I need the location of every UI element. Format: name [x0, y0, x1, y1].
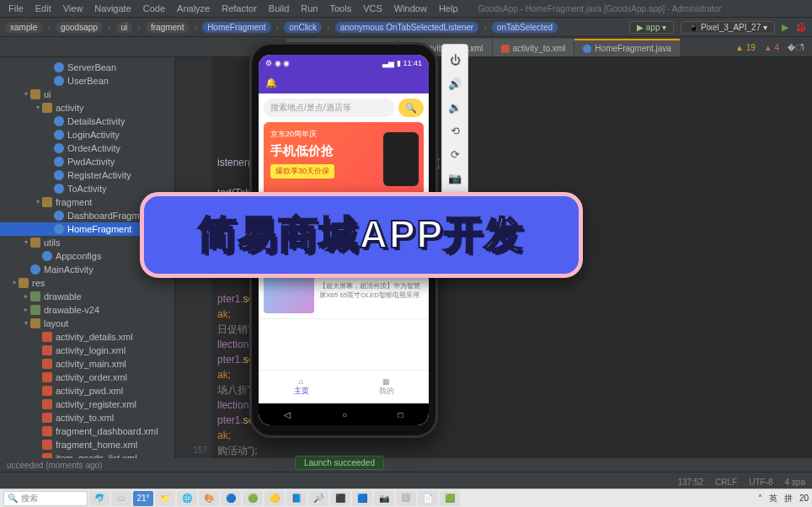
- menu-help[interactable]: Help: [434, 2, 463, 15]
- run-button-icon[interactable]: ▶: [782, 22, 788, 33]
- tree-node[interactable]: activity_details.xml: [0, 330, 174, 344]
- tree-node[interactable]: ▾res: [0, 276, 174, 290]
- tree-label: utils: [44, 236, 61, 249]
- taskbar-app[interactable]: 📷: [374, 491, 394, 506]
- menu-refactor[interactable]: Refactor: [216, 2, 262, 15]
- taskbar-app[interactable]: 📁: [155, 491, 175, 506]
- battery-icon: ▮: [397, 59, 401, 67]
- crumb-pkg-ui[interactable]: ui: [116, 22, 133, 33]
- recents-key[interactable]: □: [398, 410, 403, 419]
- ime-lang[interactable]: 英: [769, 493, 777, 504]
- menu-navigate[interactable]: Navigate: [89, 2, 136, 15]
- menu-vcs[interactable]: VCS: [358, 2, 387, 15]
- tree-node[interactable]: ▸drawable: [0, 290, 174, 303]
- debug-button-icon[interactable]: 🐞: [795, 22, 807, 33]
- tree-node[interactable]: DetailsActivity: [0, 115, 174, 128]
- volume-up-icon[interactable]: 🔊: [442, 72, 467, 95]
- status-icons: ⚙ ◉ ◉: [265, 59, 290, 67]
- taskbar-app[interactable]: 📄: [418, 491, 438, 506]
- crumb-class[interactable]: HomeFragment: [202, 22, 270, 33]
- menu-window[interactable]: Window: [389, 2, 432, 15]
- app-header: 🔔: [259, 72, 429, 93]
- tree-node[interactable]: activity_register.xml: [0, 398, 174, 411]
- tree-node[interactable]: ▾activity: [0, 101, 174, 115]
- tree-node[interactable]: fragment_home.xml: [0, 438, 174, 451]
- taskbar-app[interactable]: 🟦: [352, 491, 372, 506]
- volume-down-icon[interactable]: 🔉: [442, 95, 467, 119]
- search-button[interactable]: 🔍: [398, 99, 424, 117]
- crumb-pkg-fragment[interactable]: fragment: [146, 22, 189, 33]
- phone-status-bar: ⚙ ◉ ◉ ▃▅ ▮ 11:41: [259, 55, 429, 72]
- taskbar-clock[interactable]: 20: [799, 494, 809, 503]
- taskbar-app[interactable]: 🟩: [440, 491, 460, 506]
- tab-home[interactable]: ⌂主页: [259, 371, 344, 403]
- tree-node[interactable]: OrderActivity: [0, 141, 174, 155]
- taskbar-app[interactable]: 🔎: [308, 491, 329, 506]
- taskbar-search[interactable]: 🔍搜索: [3, 491, 88, 506]
- tree-node[interactable]: ToActivity: [0, 182, 174, 195]
- menu-view[interactable]: View: [58, 2, 88, 15]
- rotate-left-icon[interactable]: ⟲: [442, 119, 467, 142]
- tree-node[interactable]: activity_to.xml: [0, 411, 174, 424]
- taskbar-app[interactable]: 🗂: [111, 491, 131, 506]
- menu-build[interactable]: Build: [264, 2, 294, 15]
- tree-node[interactable]: UserBean: [0, 74, 174, 88]
- tree-label: MainActivity: [44, 263, 93, 276]
- bell-icon[interactable]: 🔔: [265, 77, 277, 88]
- crumb-method[interactable]: onClick: [284, 22, 322, 33]
- indent[interactable]: 4 spa: [785, 478, 805, 487]
- taskbar-app[interactable]: 🅺: [396, 491, 416, 506]
- crumb-cb[interactable]: onTabSelected: [492, 22, 558, 33]
- run-config-selector[interactable]: ▶ app ▾: [629, 21, 674, 34]
- taskbar-app[interactable]: 🔵: [221, 491, 241, 506]
- taskbar-app[interactable]: ⬛: [330, 491, 350, 506]
- rotate-right-icon[interactable]: ⟳: [442, 142, 467, 166]
- tree-node[interactable]: ▸drawable-v24: [0, 303, 174, 317]
- tree-node[interactable]: ServerBean: [0, 61, 174, 74]
- encoding[interactable]: UTF-8: [749, 478, 772, 487]
- tree-node[interactable]: LoginActivity: [0, 128, 174, 141]
- home-key[interactable]: ○: [342, 410, 347, 419]
- taskbar-app[interactable]: 🟢: [243, 491, 263, 506]
- caret-position[interactable]: 137:52: [677, 478, 703, 487]
- tree-node[interactable]: activity_login.xml: [0, 344, 174, 357]
- crumb-anon[interactable]: anonymous OnTabSelectedListener: [335, 22, 478, 33]
- crumb-module[interactable]: xample: [5, 22, 42, 33]
- folder-open-icon: [30, 318, 40, 328]
- back-key[interactable]: ◁: [284, 410, 291, 419]
- menu-file[interactable]: File: [3, 2, 29, 15]
- tree-node[interactable]: fragment_dashboard.xml: [0, 424, 174, 438]
- menu-code[interactable]: Code: [138, 2, 170, 15]
- tree-node[interactable]: RegisterActivity: [0, 168, 174, 182]
- device-selector[interactable]: 📱 Pixel_3_API_27 ▾: [681, 21, 775, 34]
- power-icon[interactable]: ⏻: [442, 48, 467, 72]
- search-input[interactable]: 搜索地点/景点/酒店等: [264, 99, 395, 117]
- taskbar-app[interactable]: 🌐: [177, 491, 197, 506]
- taskbar-app[interactable]: 📘: [286, 491, 307, 506]
- tree-node[interactable]: ▾layout: [0, 317, 174, 330]
- editor-tab[interactable]: activity_to.xml: [493, 39, 574, 56]
- tree-node[interactable]: ▾ui: [0, 88, 174, 101]
- line-sep[interactable]: CRLF: [715, 478, 737, 487]
- tray-chevron-icon[interactable]: ˄: [758, 494, 762, 503]
- errors-badge[interactable]: ▲ 4: [764, 43, 779, 53]
- camera-icon[interactable]: 📷: [442, 166, 467, 189]
- menu-run[interactable]: Run: [296, 2, 323, 15]
- tab-mine[interactable]: ▦我的: [344, 371, 429, 403]
- taskbar-app[interactable]: 🎨: [199, 491, 219, 506]
- tree-node[interactable]: activity_main.xml: [0, 357, 174, 371]
- editor-tab-active[interactable]: HomeFragment.java: [574, 39, 680, 56]
- menu-tools[interactable]: Tools: [324, 2, 356, 15]
- ime-mode[interactable]: 拼: [784, 493, 793, 504]
- taskbar-app[interactable]: 21°: [133, 491, 153, 506]
- tree-node[interactable]: PwdActivity: [0, 155, 174, 168]
- taskbar-app[interactable]: 🐬: [89, 491, 110, 506]
- hide-panel-icon[interactable]: �ീ: [788, 43, 804, 53]
- tree-node[interactable]: activity_pwd.xml: [0, 384, 174, 398]
- tree-node[interactable]: activity_order.xml: [0, 371, 174, 384]
- menu-edit[interactable]: Edit: [30, 2, 56, 15]
- taskbar-app[interactable]: 🟡: [264, 491, 285, 506]
- menu-analyze[interactable]: Analyze: [172, 2, 215, 15]
- crumb-pkg[interactable]: goodsapp: [56, 22, 103, 33]
- warnings-badge[interactable]: ▲ 19: [735, 43, 756, 53]
